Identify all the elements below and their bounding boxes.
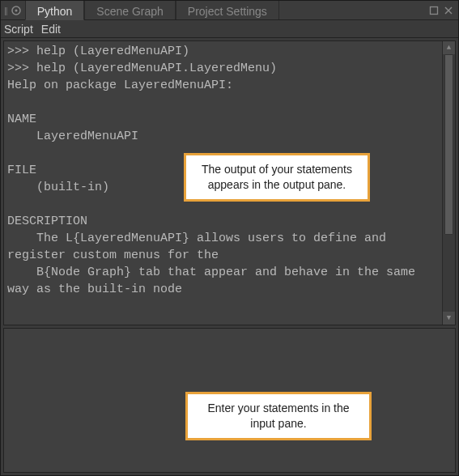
tab-scene-graph[interactable]: Scene Graph — [84, 1, 176, 19]
scroll-thumb[interactable] — [444, 54, 453, 235]
input-callout: Enter your statements in the input pane. — [185, 392, 372, 440]
scroll-track[interactable] — [443, 54, 455, 312]
tab-bar: Python Scene Graph Project Settings — [25, 1, 424, 19]
tab-label: Python — [37, 5, 73, 18]
svg-rect-2 — [431, 6, 438, 14]
maximize-icon[interactable] — [429, 6, 439, 15]
output-callout: The output of your statements appears in… — [184, 153, 370, 202]
tab-label: Scene Graph — [96, 5, 164, 18]
pin-icon[interactable] — [11, 5, 22, 16]
tab-label: Project Settings — [188, 5, 267, 18]
titlebar-right — [424, 1, 458, 19]
tab-project-settings[interactable]: Project Settings — [176, 1, 279, 19]
input-pane[interactable]: Enter your statements in the input pane. — [3, 328, 456, 473]
output-pane: >>> help (LayeredMenuAPI) >>> help (Laye… — [3, 40, 456, 325]
callout-text: Enter your statements in the input pane. — [207, 402, 349, 430]
menubar: Script Edit — [1, 20, 458, 38]
svg-point-1 — [15, 9, 17, 11]
drag-handle-icon[interactable]: || — [4, 6, 7, 15]
callout-text: The output of your statements appears in… — [202, 163, 352, 191]
menu-script[interactable]: Script — [4, 23, 33, 36]
scroll-up-icon[interactable]: ▲ — [443, 41, 455, 54]
python-console-window: || Python Scene Graph Project Settings — [0, 0, 459, 476]
titlebar-left: || — [1, 1, 25, 19]
close-icon[interactable] — [444, 6, 453, 15]
menu-edit[interactable]: Edit — [41, 23, 61, 36]
output-scrollbar[interactable]: ▲ ▼ — [442, 41, 455, 325]
tab-python[interactable]: Python — [25, 1, 85, 20]
scroll-down-icon[interactable]: ▼ — [443, 312, 455, 325]
panes-container: >>> help (LayeredMenuAPI) >>> help (Laye… — [1, 38, 458, 475]
titlebar: || Python Scene Graph Project Settings — [1, 1, 458, 20]
